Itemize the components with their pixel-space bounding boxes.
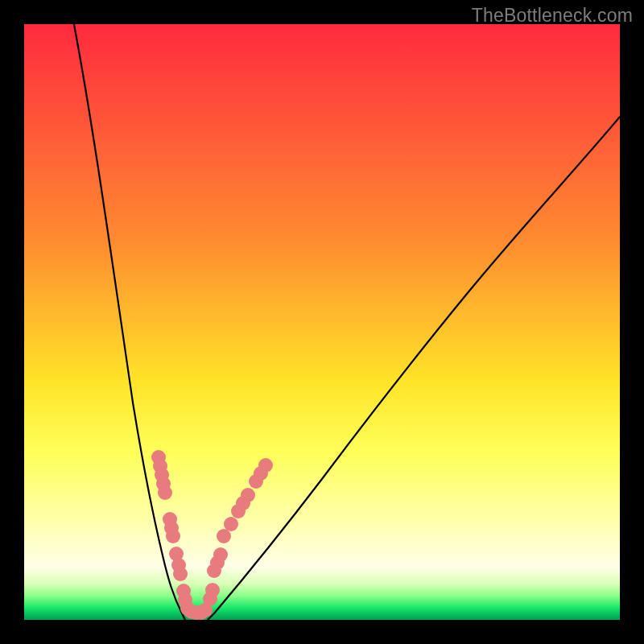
data-marker	[217, 529, 231, 543]
data-marker	[173, 567, 188, 581]
data-marker	[207, 564, 221, 578]
curve-layer	[24, 24, 620, 620]
marker-group	[151, 450, 273, 620]
data-marker	[166, 529, 180, 543]
data-marker	[231, 504, 246, 518]
data-marker	[224, 517, 238, 531]
data-marker	[158, 485, 172, 500]
plot-area	[24, 24, 620, 620]
data-marker	[198, 603, 213, 617]
watermark-text: TheBottleneck.com	[472, 5, 633, 27]
right-curve	[208, 117, 620, 620]
data-marker	[249, 474, 263, 489]
chart-frame: TheBottleneck.com	[0, 0, 644, 644]
